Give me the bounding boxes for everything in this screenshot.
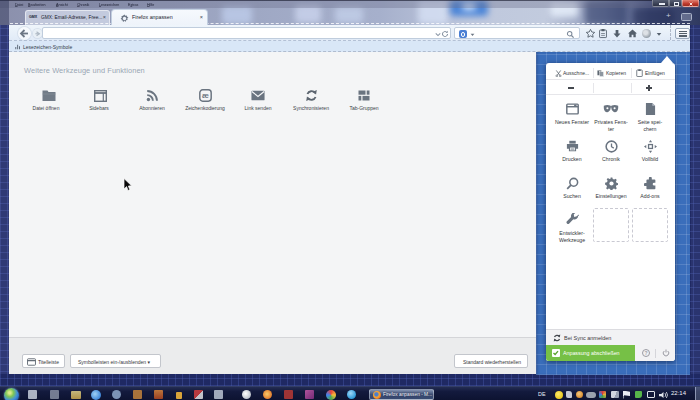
svg-text:æ: æ (202, 91, 209, 100)
